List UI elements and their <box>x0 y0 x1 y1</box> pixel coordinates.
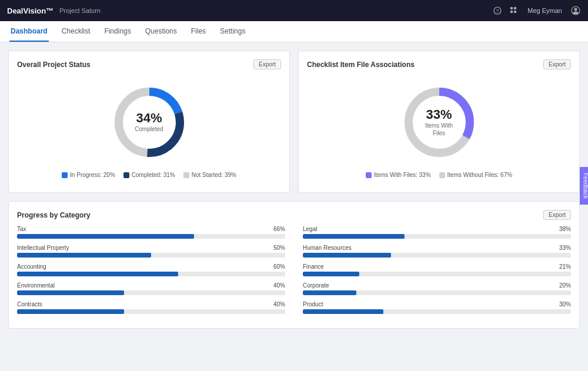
progress-bar-fill-ip <box>17 253 151 258</box>
progress-bar-bg-finance <box>303 272 571 276</box>
legend-dot-without-files <box>439 172 445 178</box>
legend-dot-completed <box>123 172 129 178</box>
overall-project-status-card: Overall Project Status Export <box>8 51 290 193</box>
topnav-left: DealVision™ Project Saturn <box>7 6 101 15</box>
legend-in-progress: In Progress: 20% <box>62 172 115 178</box>
overall-donut-area: 34% Completed In Progress: 20% Completed… <box>17 75 281 184</box>
project-name: Project Saturn <box>59 7 101 14</box>
topnav-right: ? Meg Eyman <box>492 5 581 16</box>
progress-pct-contracts: 40% <box>273 301 285 308</box>
feedback-tab[interactable]: Feedback <box>580 167 588 205</box>
file-assoc-title: Checklist Item File Associations <box>307 61 415 69</box>
svg-rect-2 <box>510 7 513 9</box>
svg-rect-3 <box>514 7 516 9</box>
progress-item-accounting: Accounting 60% <box>17 263 285 276</box>
legend-label-without-files: Items Without Files: 67% <box>447 172 513 178</box>
legend-not-started: Not Started: 39% <box>183 172 236 178</box>
subnav-item-settings[interactable]: Settings <box>219 21 246 42</box>
card-title-overall: Overall Project Status Export <box>17 59 281 69</box>
progress-pct-finance: 21% <box>559 263 571 270</box>
progress-bar-fill-tax <box>17 234 194 239</box>
file-export-button[interactable]: Export <box>543 59 571 69</box>
subnav-item-questions[interactable]: Questions <box>144 21 178 42</box>
progress-bar-fill-contracts <box>17 309 124 314</box>
top-navigation: DealVision™ Project Saturn ? Meg Eyman <box>0 0 588 21</box>
sub-navigation: Dashboard Checklist Findings Questions F… <box>0 21 588 42</box>
progress-bar-bg-ip <box>17 253 285 258</box>
progress-left-column: Tax 66% Intellectual Property 50% <box>17 226 285 320</box>
legend-dot-in-progress <box>62 172 68 178</box>
progress-pct-tax: 66% <box>273 226 285 232</box>
progress-pct-accounting: 60% <box>273 263 285 270</box>
legend-label-in-progress: In Progress: 20% <box>70 172 115 178</box>
main-content: Overall Project Status Export <box>0 42 588 337</box>
legend-completed: Completed: 31% <box>123 172 175 178</box>
progress-pct-corporate: 20% <box>559 282 571 289</box>
top-cards-row: Overall Project Status Export <box>8 51 580 193</box>
overall-status-title: Overall Project Status <box>17 61 91 69</box>
progress-bar-fill-legal <box>303 234 405 239</box>
progress-pct-ip: 50% <box>273 245 285 251</box>
progress-bar-fill-accounting <box>17 272 178 276</box>
progress-label-corporate: Corporate <box>303 282 329 289</box>
overall-donut-label: 34% Completed <box>135 111 163 133</box>
progress-item-finance: Finance 21% <box>303 263 571 276</box>
progress-pct-environmental: 40% <box>273 282 285 289</box>
legend-dot-with-files <box>366 172 372 178</box>
progress-item-corporate: Corporate 20% <box>303 282 571 295</box>
progress-bar-bg-tax <box>17 234 285 239</box>
progress-label-hr: Human Resources <box>303 245 352 251</box>
progress-label-finance: Finance <box>303 263 324 270</box>
legend-dot-not-started <box>183 172 189 178</box>
overall-percent: 34% <box>135 111 163 125</box>
progress-label-ip: Intellectual Property <box>17 245 69 251</box>
progress-label-contracts: Contracts <box>17 301 42 308</box>
progress-bar-fill-finance <box>303 272 359 276</box>
user-avatar-icon[interactable] <box>570 5 581 16</box>
progress-bar-bg-legal <box>303 234 571 239</box>
progress-bar-bg-hr <box>303 253 571 258</box>
progress-export-button[interactable]: Export <box>543 210 571 220</box>
progress-pct-hr: 33% <box>559 245 571 251</box>
progress-bar-bg-environmental <box>17 290 285 295</box>
svg-rect-4 <box>510 11 513 13</box>
svg-point-7 <box>574 8 577 11</box>
legend-without-files: Items Without Files: 67% <box>439 172 513 178</box>
subnav-item-findings[interactable]: Findings <box>103 21 132 42</box>
legend-label-completed: Completed: 31% <box>132 172 175 178</box>
subnav-item-files[interactable]: Files <box>190 21 207 42</box>
progress-label-product: Product <box>303 301 323 308</box>
legend-label-not-started: Not Started: 39% <box>192 172 236 178</box>
progress-label-environmental: Environmental <box>17 282 55 289</box>
progress-item-product: Product 30% <box>303 301 571 314</box>
file-sub-label: Items With Files <box>419 122 460 137</box>
progress-bar-fill-corporate <box>303 290 356 295</box>
progress-bar-fill-hr <box>303 253 391 258</box>
progress-bar-bg-corporate <box>303 290 571 295</box>
overall-export-button[interactable]: Export <box>253 59 281 69</box>
progress-label-legal: Legal <box>303 226 317 232</box>
subnav-item-dashboard[interactable]: Dashboard <box>9 21 49 42</box>
file-percent: 33% <box>419 108 460 122</box>
grid-icon[interactable] <box>509 5 519 16</box>
app-brand: DealVision™ <box>7 6 54 15</box>
user-name[interactable]: Meg Eyman <box>525 5 564 16</box>
help-icon[interactable]: ? <box>492 5 503 16</box>
progress-by-category-card: Progress by Category Export Tax 66% Int <box>8 201 580 329</box>
progress-grid: Tax 66% Intellectual Property 50% <box>17 226 571 320</box>
progress-bar-bg-product <box>303 309 571 314</box>
progress-item-legal: Legal 38% <box>303 226 571 239</box>
progress-item-hr: Human Resources 33% <box>303 245 571 258</box>
card-title-files: Checklist Item File Associations Export <box>307 59 571 69</box>
overall-donut-chart: 34% Completed <box>108 81 191 163</box>
legend-label-with-files: Items With Files: 33% <box>374 172 431 178</box>
progress-title: Progress by Category <box>17 211 91 219</box>
progress-label-accounting: Accounting <box>17 263 46 270</box>
file-donut-label: 33% Items With Files <box>419 108 460 137</box>
progress-item-contracts: Contracts 40% <box>17 301 285 314</box>
progress-label-tax: Tax <box>17 226 26 232</box>
file-associations-card: Checklist Item File Associations Export … <box>298 51 580 193</box>
subnav-item-checklist[interactable]: Checklist <box>61 21 92 42</box>
progress-pct-legal: 38% <box>559 226 571 232</box>
svg-rect-5 <box>514 11 516 13</box>
